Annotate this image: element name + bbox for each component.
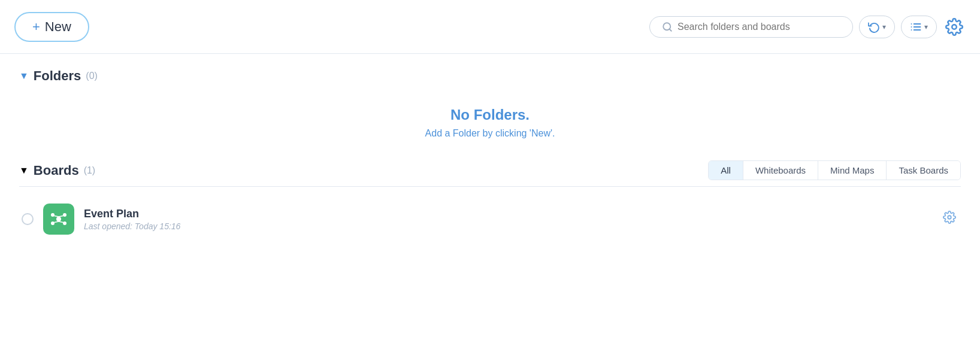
folders-header: ▼ Folders (0): [19, 68, 961, 84]
sort-chevron-icon: ▾: [924, 23, 928, 31]
main-content: ▼ Folders (0) No Folders. Add a Folder b…: [0, 54, 980, 337]
settings-button[interactable]: [943, 16, 966, 38]
folders-section: ▼ Folders (0) No Folders. Add a Folder b…: [19, 68, 961, 151]
tab-mind-maps[interactable]: Mind Maps: [818, 161, 887, 180]
plus-icon: +: [32, 19, 40, 35]
history-icon: [868, 21, 880, 33]
new-button-label: New: [45, 19, 71, 35]
svg-line-1: [669, 29, 671, 31]
boards-header-left: ▼ Boards (1): [19, 163, 95, 178]
toolbar-right: ▾ ▾: [649, 16, 966, 38]
svg-point-18: [948, 215, 951, 219]
boards-chevron-icon[interactable]: ▼: [19, 165, 29, 176]
folders-empty-state: No Folders. Add a Folder by clicking 'Ne…: [19, 89, 961, 151]
mind-map-icon: [50, 210, 68, 228]
sort-button[interactable]: ▾: [901, 16, 937, 38]
board-settings-icon[interactable]: [943, 211, 956, 227]
board-item: Event Plan Last opened: Today 15:16: [19, 196, 961, 242]
svg-line-16: [59, 216, 63, 217]
boards-count: (1): [84, 165, 96, 176]
svg-point-10: [51, 213, 55, 217]
toolbar: + New ▾ ▾: [0, 0, 980, 54]
svg-point-12: [63, 213, 66, 217]
folders-chevron-icon[interactable]: ▼: [19, 71, 29, 81]
board-select-radio[interactable]: [22, 213, 34, 225]
board-name: Event Plan: [84, 208, 958, 220]
history-chevron-icon: ▾: [882, 23, 886, 31]
tab-whiteboards[interactable]: Whiteboards: [743, 161, 818, 180]
board-filter-tabs: All Whiteboards Mind Maps Task Boards: [708, 160, 961, 180]
svg-point-9: [56, 217, 61, 221]
folders-title: Folders: [34, 68, 81, 84]
tab-task-boards[interactable]: Task Boards: [887, 161, 960, 180]
svg-point-8: [952, 25, 957, 29]
board-last-opened: Last opened: Today 15:16: [84, 221, 958, 231]
search-bar[interactable]: [649, 16, 853, 38]
boards-title: Boards: [34, 163, 79, 178]
svg-line-14: [55, 216, 59, 217]
boards-header-row: ▼ Boards (1) All Whiteboards Mind Maps T…: [19, 160, 961, 187]
folders-empty-subtitle: Add a Folder by clicking 'New'.: [19, 128, 961, 139]
svg-line-15: [55, 221, 59, 223]
search-input[interactable]: [677, 22, 840, 32]
sort-icon: [910, 21, 922, 33]
boards-section: ▼ Boards (1) All Whiteboards Mind Maps T…: [19, 160, 961, 242]
history-button[interactable]: ▾: [859, 16, 895, 38]
board-info: Event Plan Last opened: Today 15:16: [84, 208, 958, 231]
board-icon: [43, 204, 74, 235]
gear-icon: [945, 18, 963, 36]
new-button[interactable]: + New: [14, 12, 89, 42]
svg-line-17: [59, 221, 63, 223]
folders-count: (0): [86, 71, 98, 81]
search-icon: [662, 22, 673, 32]
svg-point-13: [63, 221, 66, 225]
folders-empty-title: No Folders.: [19, 107, 961, 123]
svg-point-11: [51, 221, 55, 225]
tab-all[interactable]: All: [709, 161, 743, 180]
